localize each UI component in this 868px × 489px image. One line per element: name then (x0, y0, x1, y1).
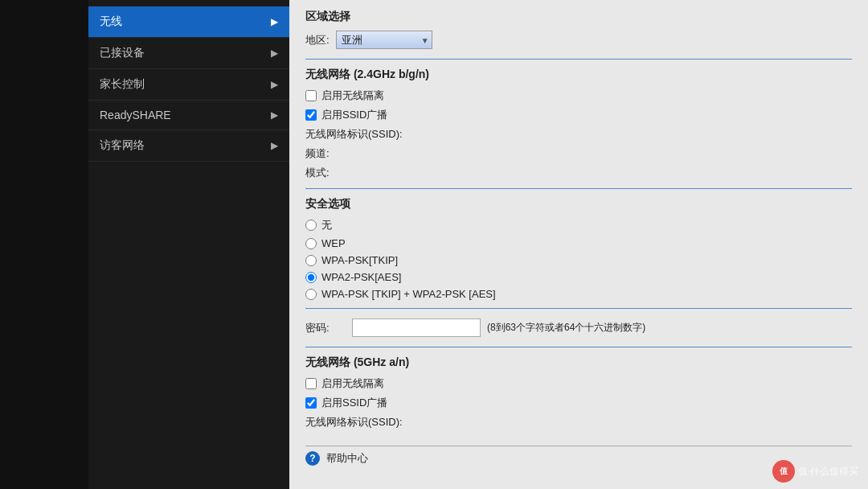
watermark-logo: 值 (772, 460, 795, 483)
radio-none-row: 无 (305, 218, 852, 232)
radio-wep-row: WEP (305, 237, 852, 249)
radio-wpa2-psk-aes-row: WPA2-PSK[AES] (305, 271, 852, 283)
help-icon: ? (305, 451, 320, 466)
ssid-5g-field-label: 无线网络标识(SSID): (305, 415, 418, 429)
password-hint: (8到63个字符或者64个十六进制数字) (487, 321, 645, 335)
password-input[interactable] (352, 318, 481, 337)
mode-field-label: 模式: (305, 166, 418, 180)
ssid-field-row: 无线网络标识(SSID): (305, 127, 852, 142)
radio-wpa-wpa2[interactable] (305, 289, 317, 300)
sidebar-item-connected-devices[interactable]: 已接设备 ▶ (88, 38, 289, 69)
isolation-checkbox-row: 启用无线隔离 (305, 88, 852, 103)
radio-wpa-wpa2-label[interactable]: WPA-PSK [TKIP] + WPA2-PSK [AES] (321, 288, 496, 300)
mode-field-row: 模式: (305, 166, 852, 180)
wireless-5g-title: 无线网络 (5GHz a/n) (305, 355, 852, 370)
region-section-header: 区域选择 (305, 10, 852, 24)
arrow-icon: ▶ (271, 140, 278, 151)
security-section: 安全选项 无 WEP WPA-PSK[TKIP] WPA2-PSK[AES] W… (305, 197, 852, 300)
arrow-icon: ▶ (271, 16, 278, 27)
watermark: 值 值·什么值得买 (772, 460, 858, 483)
isolation-label[interactable]: 启用无线隔离 (321, 88, 384, 103)
divider-wireless (305, 188, 852, 189)
arrow-icon: ▶ (271, 79, 278, 90)
password-section: 密码: (8到63个字符或者64个十六进制数字) (305, 318, 852, 337)
ssid-broadcast-label[interactable]: 启用SSID广播 (321, 108, 387, 122)
sidebar-item-parental-control[interactable]: 家长控制 ▶ (88, 69, 289, 101)
channel-field-label: 频道: (305, 146, 418, 161)
wireless-24-title: 无线网络 (2.4GHz b/g/n) (305, 68, 852, 82)
region-row: 地区: 亚洲 美洲 欧洲 其他 (305, 31, 852, 49)
radio-wep[interactable] (305, 238, 317, 249)
ssid-5g-field-row: 无线网络标识(SSID): (305, 415, 852, 429)
radio-wpa-wpa2-row: WPA-PSK [TKIP] + WPA2-PSK [AES] (305, 288, 852, 300)
ssid-field-label: 无线网络标识(SSID): (305, 127, 418, 142)
arrow-icon: ▶ (271, 47, 278, 59)
region-select-wrapper[interactable]: 亚洲 美洲 欧洲 其他 (336, 31, 432, 49)
divider-security (305, 308, 852, 309)
sidebar-item-label: 访客网络 (100, 138, 145, 153)
arrow-icon: ▶ (271, 109, 278, 121)
ssid-broadcast-5g-checkbox[interactable] (305, 397, 317, 409)
ssid-broadcast-5g-label[interactable]: 启用SSID广播 (321, 396, 387, 410)
sidebar-item-label: 无线 (100, 14, 122, 29)
radio-wpa-psk-tkip-row: WPA-PSK[TKIP] (305, 254, 852, 266)
main-content: 区域选择 地区: 亚洲 美洲 欧洲 其他 无线网络 (2.4GHz b/g/n)… (289, 0, 868, 489)
isolation-5g-checkbox[interactable] (305, 378, 317, 389)
help-center-link[interactable]: 帮助中心 (326, 451, 368, 466)
sidebar-item-wireless[interactable]: 无线 ▶ (88, 6, 289, 38)
sidebar: 无线 ▶ 已接设备 ▶ 家长控制 ▶ ReadySHARE ▶ 访客网络 ▶ (88, 0, 289, 489)
radio-wpa-psk-tkip-label[interactable]: WPA-PSK[TKIP] (321, 254, 398, 266)
watermark-text: 值·什么值得买 (798, 465, 858, 479)
sidebar-item-label: 已接设备 (100, 46, 145, 60)
password-row: 密码: (8到63个字符或者64个十六进制数字) (305, 318, 852, 337)
radio-wep-label[interactable]: WEP (321, 237, 346, 249)
ssid-broadcast-5g-checkbox-row: 启用SSID广播 (305, 396, 852, 410)
password-label: 密码: (305, 321, 346, 335)
divider-password (305, 347, 852, 347)
radio-none-label[interactable]: 无 (321, 218, 332, 232)
left-dark-panel (0, 0, 88, 489)
security-title: 安全选项 (305, 197, 852, 212)
ssid-broadcast-checkbox-row: 启用SSID广播 (305, 108, 852, 122)
region-label: 地区: (305, 33, 330, 47)
sidebar-item-label: ReadySHARE (100, 109, 171, 121)
radio-wpa2-psk-aes[interactable] (305, 272, 317, 283)
sidebar-item-guest-network[interactable]: 访客网络 ▶ (88, 130, 289, 162)
sidebar-item-readyshare[interactable]: ReadySHARE ▶ (88, 101, 289, 130)
region-select[interactable]: 亚洲 美洲 欧洲 其他 (336, 31, 432, 49)
radio-wpa2-psk-aes-label[interactable]: WPA2-PSK[AES] (321, 271, 401, 283)
sidebar-item-label: 家长控制 (100, 77, 145, 92)
channel-field-row: 频道: (305, 146, 852, 161)
ssid-broadcast-checkbox[interactable] (305, 109, 317, 121)
isolation-5g-checkbox-row: 启用无线隔离 (305, 376, 852, 391)
radio-wpa-psk-tkip[interactable] (305, 255, 317, 266)
isolation-5g-label[interactable]: 启用无线隔离 (321, 376, 384, 391)
main-scroll: 区域选择 地区: 亚洲 美洲 欧洲 其他 无线网络 (2.4GHz b/g/n)… (305, 10, 852, 476)
radio-none[interactable] (305, 220, 317, 231)
divider-region (305, 59, 852, 60)
isolation-checkbox[interactable] (305, 90, 317, 101)
